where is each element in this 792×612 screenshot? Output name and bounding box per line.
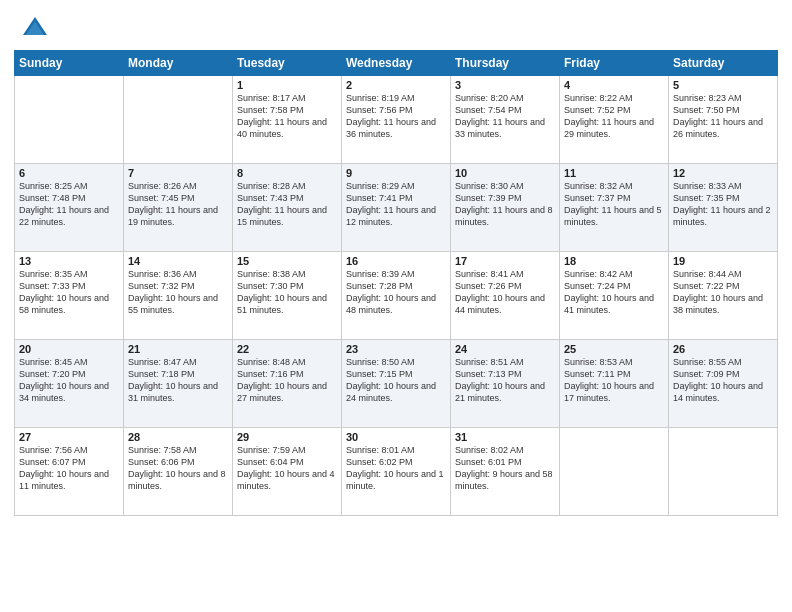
day-cell: 17Sunrise: 8:41 AM Sunset: 7:26 PM Dayli…	[451, 252, 560, 340]
day-info: Sunrise: 8:25 AM Sunset: 7:48 PM Dayligh…	[19, 180, 119, 229]
day-cell: 2Sunrise: 8:19 AM Sunset: 7:56 PM Daylig…	[342, 76, 451, 164]
day-number: 1	[237, 79, 337, 91]
week-row-1: 6Sunrise: 8:25 AM Sunset: 7:48 PM Daylig…	[15, 164, 778, 252]
day-info: Sunrise: 8:53 AM Sunset: 7:11 PM Dayligh…	[564, 356, 664, 405]
day-cell: 20Sunrise: 8:45 AM Sunset: 7:20 PM Dayli…	[15, 340, 124, 428]
day-cell: 29Sunrise: 7:59 AM Sunset: 6:04 PM Dayli…	[233, 428, 342, 516]
day-cell: 8Sunrise: 8:28 AM Sunset: 7:43 PM Daylig…	[233, 164, 342, 252]
week-row-2: 13Sunrise: 8:35 AM Sunset: 7:33 PM Dayli…	[15, 252, 778, 340]
day-info: Sunrise: 8:50 AM Sunset: 7:15 PM Dayligh…	[346, 356, 446, 405]
day-info: Sunrise: 8:22 AM Sunset: 7:52 PM Dayligh…	[564, 92, 664, 141]
day-cell: 13Sunrise: 8:35 AM Sunset: 7:33 PM Dayli…	[15, 252, 124, 340]
day-number: 31	[455, 431, 555, 443]
day-number: 4	[564, 79, 664, 91]
day-info: Sunrise: 8:28 AM Sunset: 7:43 PM Dayligh…	[237, 180, 337, 229]
day-info: Sunrise: 8:48 AM Sunset: 7:16 PM Dayligh…	[237, 356, 337, 405]
calendar-container: SundayMondayTuesdayWednesdayThursdayFrid…	[14, 50, 778, 516]
day-number: 23	[346, 343, 446, 355]
day-info: Sunrise: 8:44 AM Sunset: 7:22 PM Dayligh…	[673, 268, 773, 317]
day-cell: 31Sunrise: 8:02 AM Sunset: 6:01 PM Dayli…	[451, 428, 560, 516]
day-info: Sunrise: 8:30 AM Sunset: 7:39 PM Dayligh…	[455, 180, 555, 229]
day-cell: 26Sunrise: 8:55 AM Sunset: 7:09 PM Dayli…	[669, 340, 778, 428]
day-number: 7	[128, 167, 228, 179]
day-info: Sunrise: 8:32 AM Sunset: 7:37 PM Dayligh…	[564, 180, 664, 229]
day-cell: 23Sunrise: 8:50 AM Sunset: 7:15 PM Dayli…	[342, 340, 451, 428]
logo-icon	[20, 14, 50, 44]
day-number: 17	[455, 255, 555, 267]
day-cell: 5Sunrise: 8:23 AM Sunset: 7:50 PM Daylig…	[669, 76, 778, 164]
week-row-4: 27Sunrise: 7:56 AM Sunset: 6:07 PM Dayli…	[15, 428, 778, 516]
day-info: Sunrise: 8:41 AM Sunset: 7:26 PM Dayligh…	[455, 268, 555, 317]
header-cell-saturday: Saturday	[669, 51, 778, 76]
day-cell: 22Sunrise: 8:48 AM Sunset: 7:16 PM Dayli…	[233, 340, 342, 428]
day-info: Sunrise: 8:51 AM Sunset: 7:13 PM Dayligh…	[455, 356, 555, 405]
day-cell	[124, 76, 233, 164]
day-info: Sunrise: 8:39 AM Sunset: 7:28 PM Dayligh…	[346, 268, 446, 317]
day-cell: 19Sunrise: 8:44 AM Sunset: 7:22 PM Dayli…	[669, 252, 778, 340]
header-cell-thursday: Thursday	[451, 51, 560, 76]
week-row-0: 1Sunrise: 8:17 AM Sunset: 7:58 PM Daylig…	[15, 76, 778, 164]
day-cell	[560, 428, 669, 516]
day-number: 10	[455, 167, 555, 179]
day-info: Sunrise: 8:20 AM Sunset: 7:54 PM Dayligh…	[455, 92, 555, 141]
day-cell: 9Sunrise: 8:29 AM Sunset: 7:41 PM Daylig…	[342, 164, 451, 252]
day-number: 16	[346, 255, 446, 267]
day-info: Sunrise: 8:29 AM Sunset: 7:41 PM Dayligh…	[346, 180, 446, 229]
day-cell: 16Sunrise: 8:39 AM Sunset: 7:28 PM Dayli…	[342, 252, 451, 340]
day-cell: 3Sunrise: 8:20 AM Sunset: 7:54 PM Daylig…	[451, 76, 560, 164]
page: SundayMondayTuesdayWednesdayThursdayFrid…	[0, 0, 792, 612]
day-cell: 24Sunrise: 8:51 AM Sunset: 7:13 PM Dayli…	[451, 340, 560, 428]
day-info: Sunrise: 8:42 AM Sunset: 7:24 PM Dayligh…	[564, 268, 664, 317]
day-cell: 1Sunrise: 8:17 AM Sunset: 7:58 PM Daylig…	[233, 76, 342, 164]
day-number: 15	[237, 255, 337, 267]
day-info: Sunrise: 8:02 AM Sunset: 6:01 PM Dayligh…	[455, 444, 555, 493]
header-cell-sunday: Sunday	[15, 51, 124, 76]
day-number: 29	[237, 431, 337, 443]
calendar-body: 1Sunrise: 8:17 AM Sunset: 7:58 PM Daylig…	[15, 76, 778, 516]
day-number: 6	[19, 167, 119, 179]
day-cell: 11Sunrise: 8:32 AM Sunset: 7:37 PM Dayli…	[560, 164, 669, 252]
day-number: 5	[673, 79, 773, 91]
day-number: 27	[19, 431, 119, 443]
day-number: 12	[673, 167, 773, 179]
day-cell: 25Sunrise: 8:53 AM Sunset: 7:11 PM Dayli…	[560, 340, 669, 428]
day-number: 24	[455, 343, 555, 355]
day-cell: 14Sunrise: 8:36 AM Sunset: 7:32 PM Dayli…	[124, 252, 233, 340]
day-number: 3	[455, 79, 555, 91]
day-info: Sunrise: 7:56 AM Sunset: 6:07 PM Dayligh…	[19, 444, 119, 493]
day-number: 21	[128, 343, 228, 355]
day-number: 22	[237, 343, 337, 355]
day-info: Sunrise: 7:58 AM Sunset: 6:06 PM Dayligh…	[128, 444, 228, 493]
logo	[20, 14, 56, 44]
day-info: Sunrise: 8:01 AM Sunset: 6:02 PM Dayligh…	[346, 444, 446, 493]
day-number: 30	[346, 431, 446, 443]
day-info: Sunrise: 8:26 AM Sunset: 7:45 PM Dayligh…	[128, 180, 228, 229]
day-cell: 4Sunrise: 8:22 AM Sunset: 7:52 PM Daylig…	[560, 76, 669, 164]
day-info: Sunrise: 8:33 AM Sunset: 7:35 PM Dayligh…	[673, 180, 773, 229]
day-number: 14	[128, 255, 228, 267]
header-cell-monday: Monday	[124, 51, 233, 76]
day-cell: 21Sunrise: 8:47 AM Sunset: 7:18 PM Dayli…	[124, 340, 233, 428]
day-cell: 18Sunrise: 8:42 AM Sunset: 7:24 PM Dayli…	[560, 252, 669, 340]
day-info: Sunrise: 8:55 AM Sunset: 7:09 PM Dayligh…	[673, 356, 773, 405]
day-info: Sunrise: 8:35 AM Sunset: 7:33 PM Dayligh…	[19, 268, 119, 317]
day-info: Sunrise: 8:17 AM Sunset: 7:58 PM Dayligh…	[237, 92, 337, 141]
calendar-table: SundayMondayTuesdayWednesdayThursdayFrid…	[14, 50, 778, 516]
day-number: 8	[237, 167, 337, 179]
day-info: Sunrise: 8:23 AM Sunset: 7:50 PM Dayligh…	[673, 92, 773, 141]
day-info: Sunrise: 8:45 AM Sunset: 7:20 PM Dayligh…	[19, 356, 119, 405]
header-cell-wednesday: Wednesday	[342, 51, 451, 76]
day-number: 25	[564, 343, 664, 355]
day-info: Sunrise: 8:36 AM Sunset: 7:32 PM Dayligh…	[128, 268, 228, 317]
day-cell: 6Sunrise: 8:25 AM Sunset: 7:48 PM Daylig…	[15, 164, 124, 252]
day-cell: 27Sunrise: 7:56 AM Sunset: 6:07 PM Dayli…	[15, 428, 124, 516]
header-cell-tuesday: Tuesday	[233, 51, 342, 76]
day-cell: 15Sunrise: 8:38 AM Sunset: 7:30 PM Dayli…	[233, 252, 342, 340]
day-number: 11	[564, 167, 664, 179]
header	[0, 0, 792, 50]
day-cell	[15, 76, 124, 164]
day-number: 20	[19, 343, 119, 355]
day-info: Sunrise: 7:59 AM Sunset: 6:04 PM Dayligh…	[237, 444, 337, 493]
day-number: 13	[19, 255, 119, 267]
day-cell: 7Sunrise: 8:26 AM Sunset: 7:45 PM Daylig…	[124, 164, 233, 252]
